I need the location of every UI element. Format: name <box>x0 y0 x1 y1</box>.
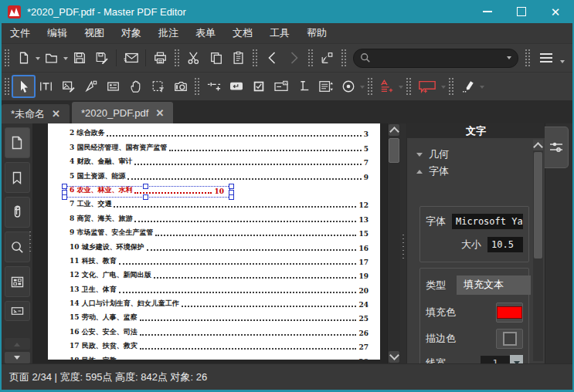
selection-handle[interactable] <box>62 194 67 200</box>
minimize-button[interactable] <box>470 0 504 23</box>
tab-2020-pdf[interactable]: *2020_PDF.pdf ✕ <box>72 102 173 123</box>
search-dropdown[interactable] <box>507 56 511 62</box>
edit-forms-tool-button[interactable] <box>102 76 124 97</box>
email-button[interactable] <box>120 47 142 69</box>
menu-annotation[interactable]: 批注 <box>150 26 187 40</box>
line-width-field[interactable]: 1 <box>481 356 510 364</box>
sidebar-search-button[interactable] <box>5 231 30 262</box>
fit-to-selection-button[interactable] <box>316 47 338 69</box>
highlighter-dropdown[interactable] <box>480 86 484 91</box>
select-text-area-tool-button[interactable] <box>147 76 169 97</box>
toc-row[interactable]: 9 市场监管、安全生产监管15 <box>70 226 369 240</box>
highlighter-tool-button[interactable] <box>457 76 479 97</box>
fill-color-button[interactable] <box>496 302 523 323</box>
toc-row[interactable]: 10 城乡建设、环境保护16 <box>70 240 369 254</box>
hand-tool-button[interactable] <box>124 76 147 97</box>
main-menu-dropdown[interactable] <box>560 60 565 66</box>
text-type-dropdown[interactable]: 填充文本 <box>457 275 531 295</box>
forward-button[interactable] <box>283 47 305 69</box>
menu-object[interactable]: 对象 <box>113 26 150 40</box>
toolbar-grip[interactable] <box>448 77 454 96</box>
copy-button[interactable] <box>205 47 227 69</box>
add-comment-tool-button[interactable] <box>414 76 440 97</box>
toolbar-grip[interactable] <box>307 49 314 67</box>
sidebar-scroll-up-button[interactable] <box>5 338 30 350</box>
snapshot-tool-button[interactable] <box>169 76 192 97</box>
font-name-field[interactable]: Microsoft YaHei <box>452 214 523 229</box>
maximize-button[interactable] <box>504 0 538 23</box>
checkbox-tool-button[interactable] <box>247 76 270 97</box>
menu-forms[interactable]: 表单 <box>187 26 224 40</box>
search-input[interactable] <box>353 49 518 68</box>
pdf-page[interactable]: 2 综合政务33 国民经济管理、国有资产监管54 财政、金融、审计75 国土资源… <box>48 123 380 360</box>
sidebar-attachments-button[interactable] <box>5 197 30 228</box>
button-tool-button[interactable] <box>225 76 247 97</box>
font-section-header[interactable]: 字体 <box>415 163 529 180</box>
sidebar-bookmarks-button[interactable] <box>5 162 30 193</box>
toc-row[interactable]: 11 科技、教育17 <box>70 255 369 269</box>
save-as-button[interactable] <box>90 47 113 69</box>
properties-side-tab[interactable] <box>545 127 569 168</box>
sidebar-comments-button[interactable] <box>5 301 30 321</box>
document-view[interactable]: 2 综合政务33 国民经济管理、国有资产监管54 财政、金融、审计75 国土资源… <box>32 123 387 363</box>
sidebar-pages-button[interactable] <box>5 127 30 158</box>
toc-row[interactable]: 15 劳动、人事、监察25 <box>70 311 369 325</box>
menu-help[interactable]: 帮助 <box>298 26 335 40</box>
toolbar-grip[interactable] <box>4 77 10 96</box>
new-document-button[interactable] <box>12 47 35 69</box>
scrollbar-thumb[interactable] <box>389 138 399 163</box>
font-size-field[interactable]: 10.5 <box>487 237 523 252</box>
tab-close-icon[interactable]: ✕ <box>52 108 60 120</box>
save-button[interactable] <box>68 47 90 69</box>
toc-row[interactable]: 7 工业、交通12 <box>70 198 369 211</box>
annotation-dropdown[interactable] <box>399 86 403 91</box>
menu-document[interactable]: 文档 <box>224 26 261 40</box>
toc-row[interactable]: 8 商贸、海关、旅游13 <box>70 211 369 225</box>
toolbar-grip[interactable] <box>4 49 10 67</box>
toc-row[interactable]: 6 农业、林业、水利10 <box>70 184 369 198</box>
document-scrollbar[interactable] <box>387 123 400 363</box>
scroll-down-button[interactable] <box>389 351 399 363</box>
toc-row[interactable]: 5 国土资源、能源9 <box>70 169 369 183</box>
print-button[interactable] <box>149 47 172 69</box>
toolbar-grip[interactable] <box>252 49 258 67</box>
close-button[interactable]: ✕ <box>538 0 572 23</box>
line-width-dropdown[interactable] <box>510 355 523 363</box>
paste-button[interactable] <box>227 47 250 69</box>
toolbar-grip[interactable] <box>341 49 347 67</box>
radio-button-tool-button[interactable] <box>337 76 359 97</box>
toc-row[interactable]: 17 民政、扶贫、救灾27 <box>70 340 369 353</box>
menu-tools[interactable]: 工具 <box>261 26 298 40</box>
toc-row[interactable]: 16 公安、安全、司法26 <box>70 325 369 339</box>
listbox-tool-button[interactable] <box>314 76 337 97</box>
panel-scroll-up-button[interactable] <box>533 140 543 150</box>
panel-splitter[interactable] <box>400 123 406 363</box>
edit-image-tool-button[interactable] <box>57 76 80 97</box>
menu-view[interactable]: 视图 <box>76 26 113 40</box>
menu-edit[interactable]: 编辑 <box>39 26 76 40</box>
toolbar-grip[interactable] <box>406 77 412 96</box>
toolbar-grip[interactable] <box>174 49 180 67</box>
geometry-section-header[interactable]: 几何 <box>415 146 529 163</box>
toc-row[interactable]: 13 卫生、体育20 <box>70 282 369 296</box>
scroll-up-button[interactable] <box>389 124 399 136</box>
comment-dropdown[interactable] <box>441 86 446 91</box>
selection-handle[interactable] <box>229 194 234 200</box>
tab-untitled[interactable]: *未命名 ✕ <box>2 104 70 123</box>
selection-handle[interactable] <box>229 184 234 189</box>
selection-handle[interactable] <box>62 184 67 189</box>
selection-handle[interactable] <box>143 184 148 189</box>
add-text-annotation-tool-button[interactable] <box>375 76 398 97</box>
toc-row[interactable]: 4 财政、金融、审计7 <box>70 155 369 169</box>
toc-row[interactable]: 3 国民经济管理、国有资产监管5 <box>70 140 369 154</box>
panel-scrollbar[interactable] <box>533 140 543 361</box>
combobox-tool-button[interactable] <box>270 76 292 97</box>
select-tool-button[interactable] <box>12 76 35 97</box>
sidebar-scroll-down-button[interactable] <box>5 352 30 363</box>
edit-text-tool-button[interactable] <box>35 76 57 97</box>
forms-dropdown[interactable] <box>360 86 365 91</box>
back-button[interactable] <box>260 47 283 69</box>
toc-row[interactable]: 14 人口与计划生育、妇女儿童工作24 <box>70 297 369 311</box>
selection-handle[interactable] <box>143 194 148 200</box>
text-field-tool-button[interactable] <box>202 76 225 97</box>
